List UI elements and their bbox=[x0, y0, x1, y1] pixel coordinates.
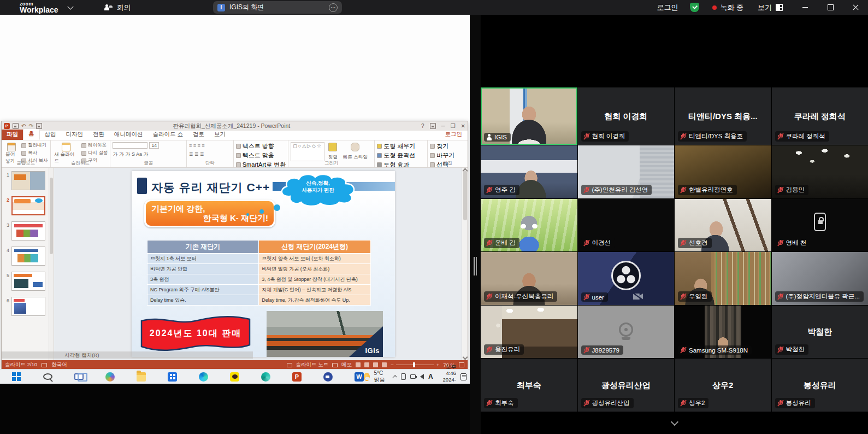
tab-meeting[interactable]: 회의 bbox=[104, 3, 131, 13]
participant-tile[interactable]: Samsung SM-S918N bbox=[675, 306, 771, 358]
participant-tile[interactable]: user bbox=[578, 252, 675, 305]
view-button[interactable]: 보기 bbox=[758, 3, 783, 13]
tab-file[interactable]: 파일 bbox=[2, 130, 23, 140]
ime-indicator[interactable]: A bbox=[428, 373, 433, 380]
tab-shared-screen[interactable]: I IGIS의 화면 ⋯ bbox=[213, 1, 342, 14]
participant-tile[interactable]: 이재석-우신복층유리 bbox=[481, 252, 577, 305]
shape-outline-button[interactable]: 도형 윤곽선 bbox=[377, 151, 425, 160]
participant-tile[interactable]: (주)인천유리 김선영 bbox=[578, 145, 675, 198]
copy-button[interactable]: 복사 bbox=[21, 150, 48, 156]
maximize-button[interactable] bbox=[818, 0, 843, 15]
weather-text[interactable]: 5°C 맑음 bbox=[374, 370, 389, 384]
participant-tile[interactable]: J8929579 bbox=[578, 306, 675, 358]
file-explorer-icon[interactable] bbox=[137, 372, 146, 382]
thumbnail-6[interactable]: 6 bbox=[4, 297, 52, 316]
notification-center-icon[interactable] bbox=[460, 373, 467, 380]
start-button[interactable] bbox=[12, 372, 21, 382]
tray-expand-icon[interactable] bbox=[393, 375, 398, 380]
tab-animations[interactable]: 애니메이션 bbox=[109, 130, 148, 140]
participant-tile[interactable]: 협회 이경희 협회 이경희 bbox=[578, 87, 675, 145]
normal-view-icon[interactable] bbox=[356, 362, 361, 367]
participant-tile[interactable]: (주)정암지앤더블유 곽근... bbox=[772, 252, 868, 305]
participant-tile[interactable]: 상우2 상우2 bbox=[675, 359, 771, 412]
thumbnail-2-selected[interactable]: 2 bbox=[4, 196, 52, 215]
thumbnail-scrollbar[interactable] bbox=[49, 168, 54, 360]
more-options-icon[interactable]: ⋯ bbox=[329, 3, 338, 12]
participant-tile[interactable]: 한별유리정연호 bbox=[675, 145, 771, 198]
ppt-close-icon[interactable]: ✕ bbox=[461, 123, 465, 129]
thumbnail-3[interactable]: 3 bbox=[4, 221, 52, 241]
bullet-list-buttons[interactable]: ≡ ≡ ≡ ≡ bbox=[189, 143, 231, 148]
participant-tile-igis[interactable]: IGIS bbox=[481, 87, 577, 145]
store-app-icon[interactable] bbox=[168, 372, 177, 382]
tab-home[interactable]: 홈 bbox=[23, 128, 40, 140]
edge-browser-icon[interactable] bbox=[199, 372, 208, 382]
tab-transitions[interactable]: 전환 bbox=[88, 130, 109, 140]
chevron-down-icon[interactable] bbox=[67, 3, 73, 9]
participant-tile[interactable]: 봉성유리 봉성유리 bbox=[772, 359, 868, 412]
text-direction-button[interactable]: 텍스트 방향 bbox=[236, 142, 286, 150]
participant-tile[interactable]: 박철한 박철한 bbox=[772, 306, 868, 358]
layout-button[interactable]: 레이아웃 bbox=[81, 142, 108, 149]
tab-view[interactable]: 보기 bbox=[209, 130, 231, 140]
ppt-restore-icon[interactable]: ❐ bbox=[451, 123, 456, 129]
copilot-icon[interactable] bbox=[105, 372, 115, 382]
font-size-select[interactable]: 14 bbox=[149, 142, 158, 149]
save-icon[interactable] bbox=[13, 123, 19, 129]
tab-review[interactable]: 검토 bbox=[188, 130, 209, 140]
security-shield-icon[interactable] bbox=[690, 3, 699, 12]
arrange-button[interactable]: 정렬 bbox=[327, 142, 339, 161]
tab-insert[interactable]: 삽입 bbox=[40, 130, 61, 140]
close-button[interactable] bbox=[843, 0, 868, 15]
participant-tile[interactable]: 광성유리산업 광성유리산업 bbox=[578, 359, 675, 412]
participant-tile[interactable]: 용진유리 bbox=[481, 306, 577, 358]
battery-icon[interactable] bbox=[410, 374, 416, 379]
tab-design[interactable]: 디자인 bbox=[61, 130, 88, 140]
kakaotalk-icon[interactable] bbox=[230, 372, 239, 382]
participant-tile[interactable]: 운배 김 bbox=[481, 199, 577, 251]
participant-tile[interactable]: 영배 천 bbox=[772, 199, 868, 251]
participant-tile[interactable]: 우영완 bbox=[675, 252, 771, 305]
weather-icon[interactable] bbox=[364, 373, 370, 381]
shapes-gallery[interactable]: ◻○△▷◇☆ bbox=[291, 142, 324, 161]
slide-scrollbar[interactable] bbox=[462, 168, 468, 360]
ribbon-options-icon[interactable] bbox=[430, 123, 436, 129]
task-view-icon[interactable] bbox=[74, 373, 84, 380]
reset-button[interactable]: 다시 설정 bbox=[81, 150, 108, 156]
shape-fill-button[interactable]: 도형 채우기 bbox=[377, 142, 425, 150]
align-buttons[interactable]: ≣ ≣ ≣ bbox=[189, 151, 231, 157]
search-icon[interactable] bbox=[43, 373, 52, 380]
minimize-button[interactable] bbox=[793, 0, 818, 15]
help-icon[interactable]: ? bbox=[421, 123, 424, 129]
tab-slideshow[interactable]: 슬라이드 쇼 bbox=[148, 130, 188, 140]
quick-styles-button[interactable]: 빠른 스타일 bbox=[341, 142, 369, 161]
thumbnail-1[interactable]: 1 bbox=[4, 171, 52, 190]
panel-resize-handle[interactable] bbox=[474, 257, 477, 275]
powerpoint-taskbar-icon[interactable]: P bbox=[292, 372, 302, 382]
thumbnail-4[interactable]: 4 bbox=[4, 247, 52, 266]
replace-button[interactable]: 바꾸기 bbox=[430, 151, 465, 160]
start-from-beginning-icon[interactable] bbox=[36, 123, 42, 129]
slide-canvas[interactable]: 자동 유리 재단기 C++ 신속,정확, 사용자가 편한 기본기에 강한, bbox=[132, 171, 395, 357]
ppt-minimize-icon[interactable]: ─ bbox=[441, 123, 445, 129]
speaker-icon[interactable] bbox=[420, 374, 424, 379]
teal-app-icon[interactable] bbox=[261, 372, 270, 382]
find-button[interactable]: 찾기 bbox=[430, 142, 465, 150]
notes-button[interactable]: 슬라이드 노트 bbox=[296, 361, 329, 368]
office-login[interactable]: 로그인 bbox=[440, 130, 468, 140]
cut-button[interactable]: 잘라내기 bbox=[21, 142, 48, 149]
font-style-buttons[interactable]: 가 가 가 S Aa 가 bbox=[113, 151, 184, 158]
tray-device-icon[interactable] bbox=[401, 373, 406, 380]
zoom-taskbar-icon[interactable] bbox=[323, 372, 333, 382]
memo-button[interactable]: 메모 bbox=[341, 361, 352, 368]
participant-tile[interactable]: 최부숙 최부숙 bbox=[481, 359, 577, 412]
scroll-down-chevron[interactable] bbox=[662, 418, 687, 429]
language-status[interactable]: 한국어 bbox=[51, 361, 67, 368]
participant-tile[interactable]: 쿠라레 정희석 쿠라레 정희석 bbox=[772, 87, 868, 145]
participant-tile[interactable]: 선호경 bbox=[675, 199, 771, 251]
font-name-select[interactable] bbox=[113, 142, 147, 149]
align-text-button[interactable]: 텍스트 맞춤 bbox=[236, 151, 286, 160]
participant-tile[interactable]: 김용민 bbox=[772, 145, 868, 198]
participant-tile[interactable]: 영주 김 bbox=[481, 145, 577, 198]
thumbnail-5[interactable]: 5 bbox=[4, 272, 52, 291]
